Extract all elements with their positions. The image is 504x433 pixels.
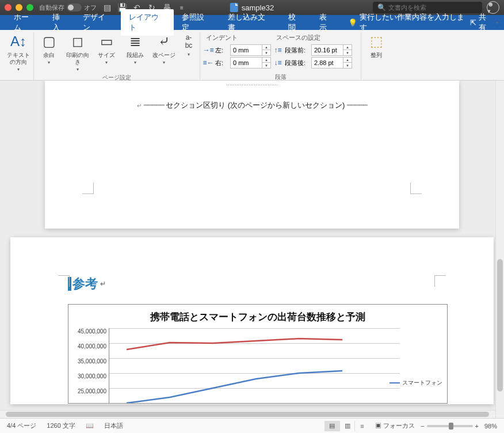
indent-right-label: 右: xyxy=(215,59,228,67)
chart-canvas: スマートフォン xyxy=(109,328,446,403)
space-before-input[interactable] xyxy=(312,47,343,54)
tell-me[interactable]: 💡 実行したい作業内容を入力します xyxy=(348,12,471,33)
document-title: sample32 xyxy=(230,3,274,12)
chart-lines xyxy=(109,328,351,403)
chevron-down-icon: ▾ xyxy=(77,67,79,73)
group-text-direction: A↕ テキストの方向 ▾ xyxy=(3,32,34,80)
para-mark-icon: ↵ xyxy=(137,102,142,109)
language-status[interactable]: 日本語 xyxy=(104,421,123,430)
spin-up-icon[interactable]: ▲ xyxy=(262,45,270,50)
chart-y-axis: 45,000,000 40,000,000 35,000,000 30,000,… xyxy=(70,328,109,403)
series-line-smartphone xyxy=(127,371,342,403)
orientation-icon: ◻ xyxy=(68,32,87,51)
columns-icon: ≣ xyxy=(126,32,144,51)
horizontal-scrollbar[interactable] xyxy=(0,410,495,418)
margin-corner-icon xyxy=(410,183,422,194)
space-after-input[interactable] xyxy=(312,59,343,66)
truncated-text: ‥‥‥‥‥‥‥‥‥‥‥‥‥‥‥ xyxy=(91,81,413,86)
space-after-spinner[interactable]: ▲▼ xyxy=(311,57,352,69)
outline-view-icon[interactable]: ≡ xyxy=(354,421,369,431)
document-area[interactable]: ‥‥‥‥‥‥‥‥‥‥‥‥‥‥‥ ↵ ━━━━━ セクション区切り (次のページか… xyxy=(0,81,504,418)
hyphenation-button[interactable]: a-bc ▾ xyxy=(181,32,196,58)
spin-down-icon[interactable]: ▼ xyxy=(262,63,270,68)
size-button[interactable]: ▭ サイズ ▾ xyxy=(95,32,118,66)
space-after-label: 段落後: xyxy=(285,59,309,67)
slider-track[interactable] xyxy=(427,425,473,427)
indent-right-spinner[interactable]: ▲▼ xyxy=(230,57,271,69)
group-arrange: ⬚ 整列 xyxy=(361,32,391,80)
spacing-header-label: スペースの設定 xyxy=(276,33,320,42)
space-before-icon: ↑≡ xyxy=(273,45,282,55)
share-button[interactable]: ⇱ 共有 ▾ xyxy=(470,12,498,33)
legend-label: スマートフォン xyxy=(402,379,442,387)
search-input[interactable] xyxy=(388,4,478,11)
columns-button[interactable]: ≣ 段組み ▾ xyxy=(124,32,147,66)
spin-down-icon[interactable]: ▼ xyxy=(262,50,270,55)
zoom-level[interactable]: 98% xyxy=(484,423,497,430)
word-doc-icon xyxy=(230,3,238,12)
breaks-button[interactable]: ⤶ 改ページ ▾ xyxy=(152,32,175,66)
statusbar: 4/4 ページ 1260 文字 📖 日本語 ▤ ▥ ≡ ▣ フォーカス − + … xyxy=(0,418,504,433)
space-before-spinner[interactable]: ▲▼ xyxy=(311,44,352,56)
spellcheck-icon[interactable]: 📖 xyxy=(86,422,94,430)
margin-corner-icon xyxy=(58,275,70,287)
search-box[interactable]: 🔍 xyxy=(373,2,482,13)
focus-mode-button[interactable]: ▣ フォーカス xyxy=(375,421,415,430)
doc-title-text: sample32 xyxy=(242,3,274,12)
spin-up-icon[interactable]: ▲ xyxy=(262,58,270,63)
page-previous: ‥‥‥‥‥‥‥‥‥‥‥‥‥‥‥ ↵ ━━━━━ セクション区切り (次のページか… xyxy=(45,81,459,229)
columns-label: 段組み xyxy=(127,52,144,59)
toggle-switch-icon[interactable] xyxy=(67,3,82,12)
page-count[interactable]: 4/4 ページ xyxy=(7,421,36,430)
vertical-scrollbar[interactable] xyxy=(495,81,504,418)
tell-me-label: 実行したい作業内容を入力します xyxy=(360,12,471,33)
zoom-out-icon[interactable]: − xyxy=(421,423,424,430)
spin-up-icon[interactable]: ▲ xyxy=(343,45,352,50)
view-mode-buttons: ▤ ▥ ≡ xyxy=(324,421,369,431)
ribbon-layout: A↕ テキストの方向 ▾ ▢ 余白 ▾ ◻ 印刷の向き ▾ ▭ サイズ ▾ xyxy=(0,30,504,81)
margin-corner-icon xyxy=(82,183,94,194)
web-layout-view-icon[interactable]: ▥ xyxy=(339,421,354,431)
breaks-icon: ⤶ xyxy=(155,32,173,51)
chart-plot-area: 45,000,000 40,000,000 35,000,000 30,000,… xyxy=(70,328,446,403)
legend-item: スマートフォン xyxy=(390,379,442,387)
search-icon: 🔍 xyxy=(377,3,386,12)
lightbulb-icon: 💡 xyxy=(348,18,357,27)
chevron-down-icon: ▾ xyxy=(105,60,108,66)
indent-header-label: インデント xyxy=(206,33,238,42)
word-count[interactable]: 1260 文字 xyxy=(47,421,75,430)
print-layout-view-icon[interactable]: ▤ xyxy=(324,421,339,431)
group-paragraph: インデント スペースの設定 →≡ 左: ▲▼ ↑≡ 段落前: ▲▼ ≡← 右: … xyxy=(200,32,361,80)
arrange-button[interactable]: ⬚ 整列 xyxy=(365,32,388,59)
heading-reference[interactable]: 参考 ↵ xyxy=(68,275,448,293)
orientation-button[interactable]: ◻ 印刷の向き ▾ xyxy=(66,32,89,73)
ribbon-tabs: ホーム 挿入 デザイン レイアウト 参照設定 差し込み文書 校閲 表示 💡 実行… xyxy=(0,15,504,30)
slider-thumb[interactable] xyxy=(449,423,453,430)
spin-up-icon[interactable]: ▲ xyxy=(343,58,352,63)
text-direction-button[interactable]: A↕ テキストの方向 ▾ xyxy=(7,32,30,73)
indent-right-input[interactable] xyxy=(231,59,262,66)
chevron-down-icon: ▾ xyxy=(496,20,498,25)
chevron-down-icon: ▾ xyxy=(188,52,190,58)
zoom-slider[interactable]: − + xyxy=(421,423,479,430)
scrollbar-thumb[interactable] xyxy=(6,412,489,417)
chevron-down-icon: ▾ xyxy=(134,60,136,66)
space-before-label: 段落前: xyxy=(285,46,309,55)
margins-icon: ▢ xyxy=(40,32,58,51)
chart-object[interactable]: 携帯電話とスマートフォンの出荷台数推移と予測 45,000,000 40,000… xyxy=(68,304,448,404)
spin-down-icon[interactable]: ▼ xyxy=(343,63,352,68)
share-label: 共有 xyxy=(479,12,494,33)
text-direction-label: テキストの方向 xyxy=(7,52,30,66)
indent-right-icon: ≡← xyxy=(204,58,213,67)
zoom-in-icon[interactable]: + xyxy=(475,423,479,430)
text-direction-icon: A↕ xyxy=(9,32,28,51)
section-break-text: セクション区切り (次のページから新しいセクション) xyxy=(166,101,345,109)
indent-left-spinner[interactable]: ▲▼ xyxy=(230,44,271,56)
spin-down-icon[interactable]: ▼ xyxy=(343,50,352,55)
paragraph-mark-icon: ↵ xyxy=(100,280,106,288)
group-page-setup: ▢ 余白 ▾ ◻ 印刷の向き ▾ ▭ サイズ ▾ ≣ 段組み ▾ ⤶ 改ページ xyxy=(34,32,200,80)
margin-corner-icon xyxy=(434,275,446,287)
scrollbar-thumb[interactable] xyxy=(497,259,503,392)
indent-left-input[interactable] xyxy=(231,47,262,54)
margins-button[interactable]: ▢ 余白 ▾ xyxy=(37,32,60,66)
